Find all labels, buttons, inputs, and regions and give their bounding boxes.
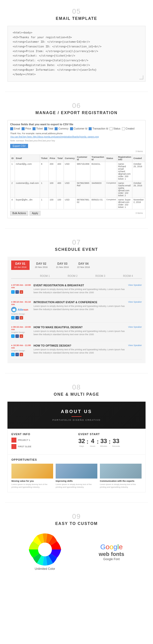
twitter-icon-3[interactable]: t [11, 334, 15, 338]
event-1-time-col: ● 07:00 Am - 10:00 Am t f g [11, 284, 31, 294]
event-4-desc: Lorem Ipsum is simply dummy text of the … [34, 348, 126, 355]
facebook-icon-1[interactable]: f [15, 290, 19, 294]
gplus-icon-1[interactable]: g [20, 290, 23, 294]
table-row: 4buyer@gfm...dm1100100USD9879567881 02B9… [11, 198, 145, 209]
export-panel-title: Choose fields that you want to export to… [10, 123, 143, 126]
event-1-title: EVENT REGISTRATION & BREAKFAST [34, 284, 126, 287]
gplus-icon-2[interactable]: g [20, 316, 23, 320]
cb-total-box[interactable] [44, 127, 47, 130]
opp-img-1 [12, 464, 53, 478]
opp-item-1: Moving value for you Lorem ipsum is simp… [12, 464, 53, 488]
cb-email-box[interactable] [10, 127, 13, 130]
col-created: Created [132, 154, 145, 162]
opp-title-2: Improving skills [56, 480, 97, 482]
facebook-icon-4[interactable]: f [15, 353, 19, 356]
dark-header-sub: PORTAFOLIO DISEÑO CREATIVO [13, 419, 140, 421]
day-tabs: DAY 01 19 Jun 2016 DAY 02 20 Nov 2016 DA… [11, 260, 142, 270]
color-wheel [29, 533, 61, 566]
gplus-icon-4[interactable]: g [20, 353, 23, 356]
event-1-content: EVENT REGISTRATION & BREAKFAST Lorem Ips… [34, 284, 142, 294]
color-label: Unlimited Color [29, 567, 61, 570]
section-08-number: 08 [5, 383, 148, 391]
event-1-desc: Lorem Ipsum is simply dummy text of the … [34, 288, 126, 294]
day-04-label: DAY 04 [77, 262, 90, 266]
google-font-label: Google Font [99, 558, 124, 561]
event-3-title: HOW TO MAKE BEAUTIFUL DESIGN? [34, 326, 126, 329]
color-wheel-svg [29, 533, 61, 566]
apply-button[interactable]: Apply [30, 211, 40, 216]
event-2-speaker-btn[interactable]: View Speaker [128, 301, 142, 303]
bulk-items-count: 3 Items [42, 212, 143, 214]
cb-price-box[interactable] [22, 127, 25, 130]
event-3-time-col: ● 09:15 Am - 10:00 Am Graphic Design t f… [11, 326, 31, 338]
event-3-content: HOW TO MAKE BEAUTIFUL DESIGN? Lorem Ipsu… [34, 326, 142, 338]
cb-customerid-box[interactable] [70, 127, 73, 130]
export-cb-customerid[interactable]: Customer Id [70, 127, 87, 130]
day-tab-02[interactable]: DAY 02 20 Nov 2016 [32, 260, 51, 270]
svg-point-4 [38, 542, 52, 556]
countdown-days: 32 Days [78, 438, 85, 447]
export-csv-button[interactable]: Export CSV [10, 144, 28, 148]
countdown-days-num: 32 [78, 438, 85, 444]
cb-transactionid-box[interactable] [89, 127, 92, 130]
export-cb-status[interactable]: Status [109, 127, 120, 130]
cb-ticket-box[interactable] [33, 127, 36, 130]
google-text: Google [99, 543, 124, 551]
event-4-speaker-btn[interactable]: View Speaker [128, 344, 142, 346]
schedule-event-3: ● 09:15 Am - 10:00 Am Graphic Design t f… [11, 323, 142, 341]
event-3-speaker-btn[interactable]: View Speaker [128, 326, 142, 328]
export-cb-price[interactable]: Price [22, 127, 31, 130]
cb-status-box[interactable] [109, 127, 112, 130]
opp-img-3 [100, 464, 141, 478]
day-03-label: DAY 03 [56, 262, 69, 266]
col-price: Price [49, 154, 56, 162]
event-info-text-1: PROJECT 1 [18, 439, 30, 441]
day-tab-03[interactable]: DAY 03 21 Nov 2016 [53, 260, 72, 270]
export-cb-total[interactable]: Total [44, 127, 53, 130]
event-2-title: INTRODUCTION ABOUT EVENT & CONFERENCE [34, 301, 126, 304]
opp-item-3: Communication with the experts Lorem ips… [100, 464, 141, 488]
cb-currency-box[interactable] [55, 127, 58, 130]
gplus-icon-3[interactable]: g [20, 334, 23, 338]
event-4-content: HOW TO OPTIMIZE DESIGN? Lorem Ipsum is s… [34, 344, 142, 356]
schedule-event-4: ● 10:30 Am - 11:00 Am Graphic Design t f… [11, 341, 142, 360]
bulk-actions-button[interactable]: Bulk Actions [10, 211, 28, 216]
col-customerid: Customer Id [76, 154, 90, 162]
section-08-title: ONE & MULTI PAGE [5, 392, 148, 397]
day-tab-01[interactable]: DAY 01 19 Jun 2016 [11, 260, 30, 270]
countdown-hours-label: Hours [90, 445, 95, 447]
svg-point-1 [13, 309, 14, 310]
col-currency: Currency [64, 154, 76, 162]
g-blue2: g [113, 543, 117, 551]
export-cb-transactionid[interactable]: Transaction Id [89, 127, 108, 130]
event-1-socials: t f g [11, 290, 31, 294]
twitter-icon-1[interactable]: t [11, 290, 15, 294]
day-tab-04[interactable]: DAY 04 22 Nov 2016 [74, 260, 93, 270]
alilevun-logo: Alilevun [11, 307, 31, 312]
items-count: 3 Items [10, 150, 143, 152]
countdown-seconds: 33 Seconds [112, 438, 120, 447]
facebook-icon-2[interactable]: f [15, 316, 19, 320]
export-cb-email[interactable]: Email [10, 127, 20, 130]
countdown-minutes-label: Minutes [100, 445, 107, 447]
event-info-item-1: 📍 PROJECT 1 [12, 438, 75, 442]
export-link[interactable]: You can find key here: http://docs.jooml… [10, 136, 143, 138]
event-info-item-2: 📍 FIRST SLIDE [12, 444, 75, 449]
section-09: 09 EASY TO CUSTOM [0, 505, 153, 580]
section-05-number: 05 [5, 8, 148, 16]
event-3-desc: Lorem Ipsum is simply dummy text of the … [34, 330, 126, 336]
opp-title-1: Moving value for you [12, 480, 53, 482]
cb-created-box[interactable] [122, 127, 125, 130]
event-4-time-col: ● 10:30 Am - 11:00 Am Graphic Design t f… [11, 344, 31, 356]
export-cb-ticket[interactable]: Ticket [33, 127, 43, 130]
section-08: 08 ONE & MULTI PAGE ABOUT US PORTAFOLIO … [0, 376, 153, 500]
twitter-icon-2[interactable]: t [11, 316, 15, 320]
event-2-time: ● 08:10 Am - 01:10 Am [11, 301, 31, 306]
export-cb-currency[interactable]: Currency [55, 127, 69, 130]
facebook-icon-3[interactable]: f [15, 334, 19, 338]
event-info-section: EVENT INFO 📍 PROJECT 1 📍 FIRST SLIDE [12, 433, 75, 450]
g-blue: G [100, 543, 106, 551]
twitter-icon-4[interactable]: t [11, 353, 15, 356]
event-1-speaker-btn[interactable]: View Speaker [128, 284, 142, 286]
export-cb-created[interactable]: Created [122, 127, 135, 130]
